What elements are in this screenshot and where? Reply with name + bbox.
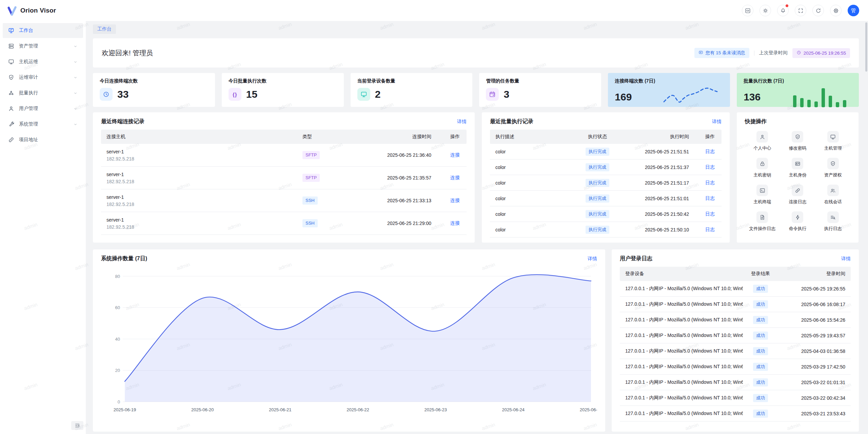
sidebar-item-label: 运维审计: [19, 74, 68, 80]
quick-action-connection-log[interactable]: 连接日志: [783, 185, 812, 205]
sidebar-item-system-mgmt[interactable]: 系统管理: [3, 117, 83, 132]
breadcrumb-item-workbench[interactable]: 工作台: [93, 24, 116, 34]
breadcrumb: 工作台: [93, 24, 859, 34]
quick-action-asset-authorization[interactable]: 资产授权: [818, 158, 848, 178]
stats-row: 今日连接终端次数33今日批量执行次数{}15当前登录设备数量2管理的任务数量3连…: [93, 73, 859, 107]
lock-icon: [760, 161, 765, 167]
log-link[interactable]: 日志: [705, 149, 715, 154]
stat-icon: [100, 88, 113, 101]
settings-button[interactable]: [830, 5, 842, 16]
svg-text:2025-06-23: 2025-06-23: [424, 407, 447, 412]
theme-button[interactable]: [760, 5, 771, 16]
connect-time: 2025-06-25 21:29:00: [347, 221, 431, 226]
connect-link[interactable]: 连接: [450, 175, 460, 180]
recent-terminal-detail-link[interactable]: 详情: [457, 119, 467, 125]
host-name: server-1: [106, 194, 302, 200]
login-device: 127.0.0.1 - 内网IP - Mozilla/5.0 (Windows …: [625, 364, 743, 370]
login-result-tag: 成功: [753, 332, 768, 340]
sidebar-collapse-button[interactable]: [71, 421, 83, 430]
terminal-table-row: server-1182.92.5.218SFTP2025-06-25 21:35…: [101, 167, 467, 189]
stat-value: 33: [117, 89, 129, 99]
sidebar-item-ops-audit[interactable]: 运维审计: [3, 70, 83, 85]
code-button[interactable]: [742, 5, 753, 16]
quick-action-online-sessions[interactable]: 在线会话: [818, 185, 848, 205]
app-header: Orion Visor 管: [0, 0, 868, 21]
host-ip: 182.92.5.218: [106, 202, 302, 207]
stat-label: 连接终端次数 (7日): [615, 78, 723, 84]
sidebar-item-asset-mgmt[interactable]: 资产管理: [3, 39, 83, 54]
monitor-icon: [8, 59, 14, 65]
quick-action-execution-log[interactable]: 执行日志: [818, 211, 848, 232]
quick-action-personal-center[interactable]: 个人中心: [748, 131, 777, 151]
sidebar-item-label: 主机运维: [19, 59, 68, 65]
avatar-text: 管: [851, 7, 856, 14]
sidebar-item-host-ops[interactable]: 主机运维: [3, 54, 83, 69]
quick-action-label: 执行日志: [824, 226, 842, 232]
refresh-button[interactable]: [812, 5, 824, 16]
col-exec-time: 执行时间: [621, 134, 689, 140]
log-link[interactable]: 日志: [705, 180, 715, 185]
quick-action-file-operation-log[interactable]: 文件操作日志: [748, 211, 777, 232]
sidebar-item-user-mgmt[interactable]: 用户管理: [3, 101, 83, 116]
login-device: 127.0.0.1 - 内网IP - Mozilla/5.0 (Windows …: [625, 301, 743, 307]
login-result-tag: 成功: [753, 300, 768, 308]
connect-link[interactable]: 连接: [450, 220, 460, 226]
stat-label: 当前登录设备数量: [357, 78, 466, 84]
quick-action-host-identity[interactable]: 主机身份: [783, 158, 812, 178]
host-ip: 182.92.5.218: [106, 156, 302, 162]
connect-link[interactable]: 连接: [450, 197, 460, 203]
login-device: 127.0.0.1 - 内网IP - Mozilla/5.0 (Windows …: [625, 411, 743, 417]
batch-table-row: color执行完成2025-06-25 21:51:37日志: [490, 159, 722, 175]
host-name: server-1: [106, 217, 302, 223]
login-result-tag: 成功: [753, 363, 768, 371]
quick-action-host-keys[interactable]: 主机密钥: [748, 158, 777, 178]
svg-text:2025-06-22: 2025-06-22: [347, 407, 369, 412]
quick-action-command-execution[interactable]: 命令执行: [783, 211, 812, 232]
system-operations-detail-link[interactable]: 详情: [588, 256, 597, 262]
svg-text:2025-06-19: 2025-06-19: [114, 407, 136, 412]
col-exec-status: 执行状态: [574, 134, 621, 140]
bell-icon: [780, 8, 786, 14]
login-result-tag: 成功: [753, 316, 768, 324]
quick-action-host-management[interactable]: 主机管理: [818, 131, 848, 151]
sidebar-item-workbench[interactable]: 工作台: [3, 23, 83, 38]
col-exec-desc: 执行描述: [495, 134, 574, 140]
terminal-table-row: server-1182.92.5.218SFTP2025-06-25 21:36…: [101, 144, 467, 167]
login-table-row: 127.0.0.1 - 内网IP - Mozilla/5.0 (Windows …: [620, 312, 851, 328]
stat-label: 今日批量执行次数: [229, 78, 337, 84]
unread-messages-badge[interactable]: 您有 15 条未读消息: [694, 48, 749, 58]
log-link[interactable]: 日志: [705, 211, 715, 216]
batch-table-row: color执行完成2025-06-25 21:50:10日志: [490, 222, 722, 238]
login-time: 2025-03-22 00:42:34: [778, 395, 845, 401]
login-time: 2025-05-29 19:43:57: [778, 333, 845, 338]
host-name: server-1: [106, 172, 302, 177]
user-avatar[interactable]: 管: [848, 5, 859, 16]
quick-action-label: 命令执行: [789, 226, 806, 232]
sidebar-item-project-link[interactable]: 项目地址: [3, 132, 83, 147]
login-time: 2025-03-29 17:42:50: [778, 364, 845, 370]
login-table-row: 127.0.0.1 - 内网IP - Mozilla/5.0 (Windows …: [620, 297, 851, 312]
shield-check-icon: [830, 161, 836, 167]
sidebar-item-batch-exec[interactable]: 批量执行: [3, 86, 83, 100]
log-link[interactable]: 日志: [705, 164, 715, 170]
log-link[interactable]: 日志: [705, 227, 715, 232]
fullscreen-icon: [798, 8, 804, 14]
user-icon: [760, 134, 765, 140]
recent-batch-detail-link[interactable]: 详情: [712, 119, 722, 125]
stat-icon: [486, 88, 499, 101]
connect-link[interactable]: 连接: [450, 152, 460, 157]
exec-time: 2025-06-25 21:50:42: [621, 211, 689, 217]
stat-card: 当前登录设备数量2: [351, 73, 473, 107]
fullscreen-button[interactable]: [795, 5, 806, 16]
stat-value: 3: [504, 89, 509, 99]
chevron-down-icon: [73, 75, 78, 80]
login-log-detail-link[interactable]: 详情: [841, 256, 851, 262]
terminal-icon: [760, 188, 765, 193]
quick-action-host-terminal[interactable]: 主机终端: [748, 185, 777, 205]
notifications-button[interactable]: [777, 5, 789, 16]
scrollbar-thumb[interactable]: [865, 22, 867, 72]
col-action: 操作: [689, 134, 716, 140]
quick-action-change-password[interactable]: 修改密码: [783, 131, 812, 151]
host-ip: 182.92.5.218: [106, 179, 302, 184]
log-link[interactable]: 日志: [705, 195, 715, 201]
